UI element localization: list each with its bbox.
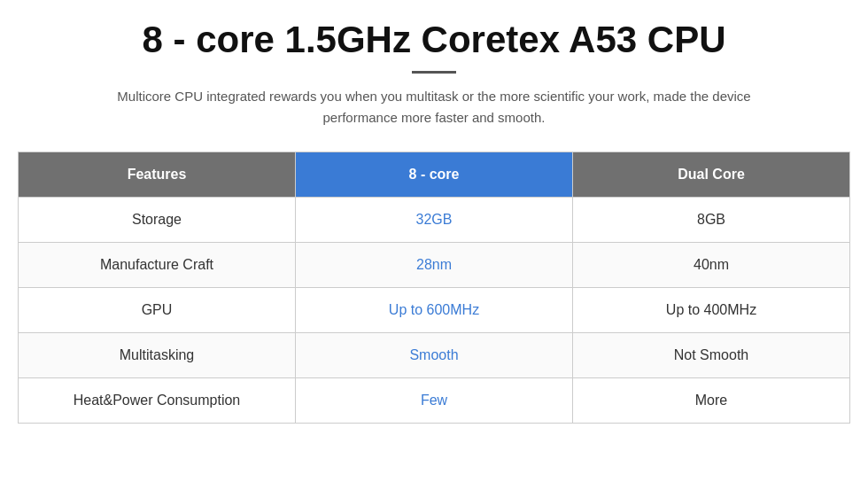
value-dual: 8GB xyxy=(573,198,850,243)
value-dual: Not Smooth xyxy=(573,333,850,378)
value-8core: Up to 600MHz xyxy=(296,288,573,333)
page-title: 8 - core 1.5GHz Coretex A53 CPU xyxy=(142,18,725,62)
table-row: Heat&Power ConsumptionFewMore xyxy=(19,378,850,424)
comparison-table: Features 8 - core Dual Core Storage32GB8… xyxy=(18,152,850,424)
table-row: GPUUp to 600MHzUp to 400MHz xyxy=(19,288,850,333)
title-divider xyxy=(412,71,456,74)
value-dual: 40nm xyxy=(573,243,850,288)
col-header-features: Features xyxy=(19,152,296,198)
feature-label: Storage xyxy=(19,198,296,243)
feature-label: Heat&Power Consumption xyxy=(19,378,296,424)
table-row: Manufacture Craft28nm40nm xyxy=(19,243,850,288)
page-subtitle: Multicore CPU integrated rewards you whe… xyxy=(97,86,771,128)
table-row: MultitaskingSmoothNot Smooth xyxy=(19,333,850,378)
value-8core: 32GB xyxy=(296,198,573,243)
value-8core: 28nm xyxy=(296,243,573,288)
value-dual: More xyxy=(573,378,850,424)
col-header-dualcore: Dual Core xyxy=(573,152,850,198)
feature-label: GPU xyxy=(19,288,296,333)
feature-label: Manufacture Craft xyxy=(19,243,296,288)
value-8core: Smooth xyxy=(296,333,573,378)
table-row: Storage32GB8GB xyxy=(19,198,850,243)
col-header-8core: 8 - core xyxy=(296,152,573,198)
table-header-row: Features 8 - core Dual Core xyxy=(19,152,850,198)
value-dual: Up to 400MHz xyxy=(573,288,850,333)
value-8core: Few xyxy=(296,378,573,424)
feature-label: Multitasking xyxy=(19,333,296,378)
